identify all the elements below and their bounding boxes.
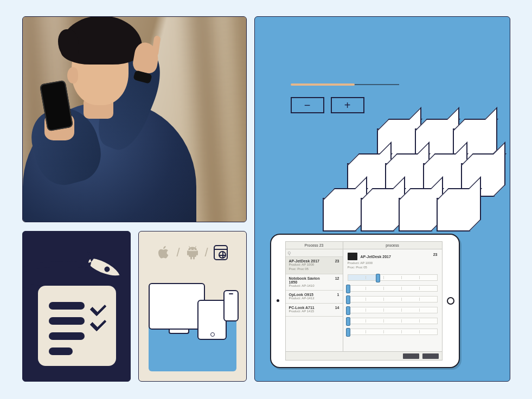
- detail-qty: 23: [433, 253, 438, 256]
- product-sub: Product: AP 1415: [289, 310, 329, 314]
- product-qty: 14: [331, 306, 339, 310]
- product-row[interactable]: Notebook Savion 1650Product: AP-141012: [286, 274, 343, 291]
- product-qty: 12: [331, 276, 339, 280]
- quantity-slider[interactable]: [348, 274, 438, 281]
- tablet-tabs: Process 23 process: [286, 242, 442, 249]
- product-title: Notebook Savion 1650: [289, 276, 329, 284]
- quantity-slider[interactable]: [348, 318, 438, 324]
- apple-icon: [157, 244, 171, 261]
- checkmark-icon: [91, 316, 105, 330]
- product-title: PC-Look A711: [289, 306, 329, 310]
- detail-sub1: Product: AP 1000: [348, 261, 373, 265]
- product-qty: 1: [331, 293, 339, 297]
- monitor-icon: [149, 283, 205, 330]
- platform-icons-row: / /: [139, 244, 246, 261]
- detail-title: AP-JetDesk 2017: [360, 255, 390, 259]
- detail-sub2: Proc: Proc 05: [348, 266, 367, 269]
- product-detail: AP-JetDesk 2017 23 Product: AP 1000 Proc…: [343, 249, 442, 351]
- search-placeholder: Q: [288, 251, 291, 255]
- separator: /: [205, 246, 208, 260]
- product-list: Q AP-JetDesk 2017Product: AP 1000Proc: P…: [286, 249, 343, 351]
- decrement-button[interactable]: −: [291, 97, 324, 113]
- tablet-camera: [277, 299, 279, 302]
- inventory-illustration-panel: − + Process 23: [254, 16, 510, 382]
- product-sub: Product: AP-1410: [289, 284, 329, 288]
- product-title: OpLook O915: [289, 293, 329, 297]
- product-row[interactable]: AP-JetDesk 2017Product: AP 1000Proc: Pro…: [286, 257, 343, 274]
- rocket-orbit-icon: [22, 241, 129, 289]
- tablet-mockup: Process 23 process Q AP-JetDesk 2017Prod…: [270, 234, 460, 368]
- product-sub: Product: AP-1412: [289, 297, 329, 301]
- box-stack-illustration: [323, 125, 502, 244]
- increment-label: +: [344, 100, 351, 111]
- product-row[interactable]: OpLook O915Product: AP-14121: [286, 291, 343, 304]
- product-thumbnail: [348, 253, 357, 260]
- checkmark-icon: [91, 301, 105, 315]
- increment-button[interactable]: +: [331, 97, 364, 113]
- quantity-slider[interactable]: [348, 285, 438, 292]
- app-logo-card: [22, 231, 131, 382]
- quantity-slider[interactable]: [348, 329, 438, 335]
- footer-button[interactable]: [422, 353, 439, 359]
- tab-right[interactable]: process: [343, 242, 442, 249]
- decrement-label: −: [304, 100, 311, 111]
- quantity-slider[interactable]: [348, 307, 438, 313]
- product-title: AP-JetDesk 2017: [289, 259, 329, 263]
- checklist-icon: [38, 286, 116, 366]
- tablet-footer: [286, 351, 442, 360]
- platforms-card: / /: [138, 231, 247, 382]
- product-qty: 23: [331, 259, 339, 263]
- separator: /: [176, 246, 180, 260]
- warehouse-photo: [22, 16, 247, 222]
- tablet-home-button[interactable]: [447, 297, 454, 305]
- android-icon: [185, 244, 200, 261]
- phone-icon: [223, 290, 239, 321]
- tablet-icon: [197, 300, 227, 340]
- product-sub: Product: AP 1000Proc: Proc 05: [289, 263, 329, 272]
- product-search[interactable]: Q: [286, 249, 343, 257]
- product-row[interactable]: PC-Look A711Product: AP 141514: [286, 304, 343, 317]
- quantity-slider[interactable]: [348, 296, 438, 303]
- tablet-screen: Process 23 process Q AP-JetDesk 2017Prod…: [285, 241, 443, 361]
- progress-fill: [291, 83, 355, 86]
- person-illustration: [23, 43, 185, 222]
- svg-point-1: [103, 266, 110, 273]
- web-browser-icon: [214, 244, 228, 261]
- tab-left[interactable]: Process 23: [286, 242, 343, 249]
- footer-button[interactable]: [403, 353, 419, 359]
- promo-composition: / / − +: [22, 16, 510, 383]
